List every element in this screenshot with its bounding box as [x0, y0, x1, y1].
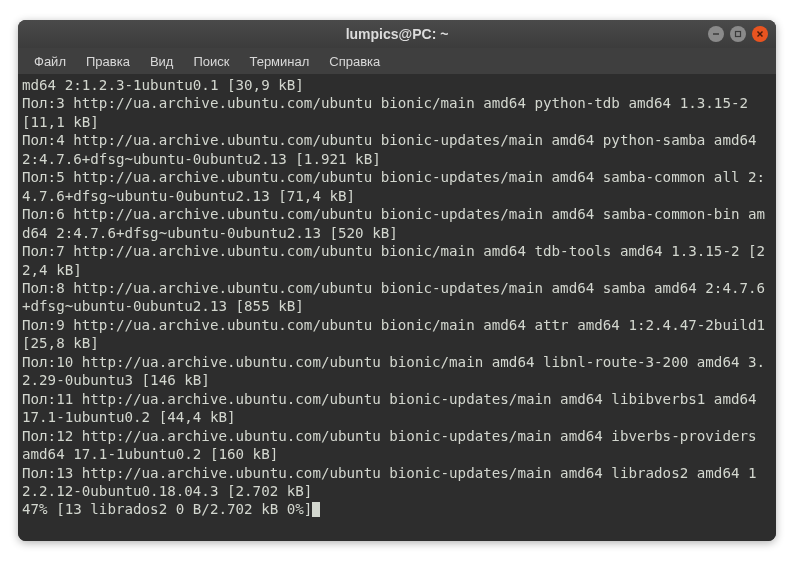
menu-search[interactable]: Поиск [185, 51, 237, 72]
menu-view[interactable]: Вид [142, 51, 182, 72]
maximize-icon [734, 30, 742, 38]
terminal-output[interactable]: md64 2:1.2.3-1ubuntu0.1 [30,9 kB]Пол:3 h… [18, 74, 776, 541]
terminal-line: Пол:9 http://ua.archive.ubuntu.com/ubunt… [22, 316, 772, 353]
terminal-line: Пол:11 http://ua.archive.ubuntu.com/ubun… [22, 390, 772, 427]
terminal-line: Пол:12 http://ua.archive.ubuntu.com/ubun… [22, 427, 772, 464]
terminal-window: lumpics@PC: ~ Файл Правка Вид Поиск Терм… [18, 20, 776, 541]
terminal-line: Пол:3 http://ua.archive.ubuntu.com/ubunt… [22, 94, 772, 131]
terminal-line: Пол:13 http://ua.archive.ubuntu.com/ubun… [22, 464, 772, 501]
cursor-icon [312, 502, 320, 517]
titlebar[interactable]: lumpics@PC: ~ [18, 20, 776, 48]
close-button[interactable] [752, 26, 768, 42]
menu-help[interactable]: Справка [321, 51, 388, 72]
terminal-line: md64 2:1.2.3-1ubuntu0.1 [30,9 kB] [22, 76, 772, 94]
terminal-line: Пол:5 http://ua.archive.ubuntu.com/ubunt… [22, 168, 772, 205]
svg-rect-1 [736, 32, 741, 37]
menu-terminal[interactable]: Терминал [241, 51, 317, 72]
terminal-line: 47% [13 librados2 0 B/2.702 kB 0%] [22, 500, 772, 518]
maximize-button[interactable] [730, 26, 746, 42]
menu-file[interactable]: Файл [26, 51, 74, 72]
terminal-line: Пол:7 http://ua.archive.ubuntu.com/ubunt… [22, 242, 772, 279]
terminal-line: Пол:6 http://ua.archive.ubuntu.com/ubunt… [22, 205, 772, 242]
terminal-line: Пол:10 http://ua.archive.ubuntu.com/ubun… [22, 353, 772, 390]
window-controls [708, 26, 768, 42]
minimize-button[interactable] [708, 26, 724, 42]
close-icon [756, 30, 764, 38]
menu-edit[interactable]: Правка [78, 51, 138, 72]
menubar: Файл Правка Вид Поиск Терминал Справка [18, 48, 776, 74]
terminal-line: Пол:4 http://ua.archive.ubuntu.com/ubunt… [22, 131, 772, 168]
terminal-line: Пол:8 http://ua.archive.ubuntu.com/ubunt… [22, 279, 772, 316]
window-title: lumpics@PC: ~ [18, 26, 776, 42]
minimize-icon [712, 30, 720, 38]
